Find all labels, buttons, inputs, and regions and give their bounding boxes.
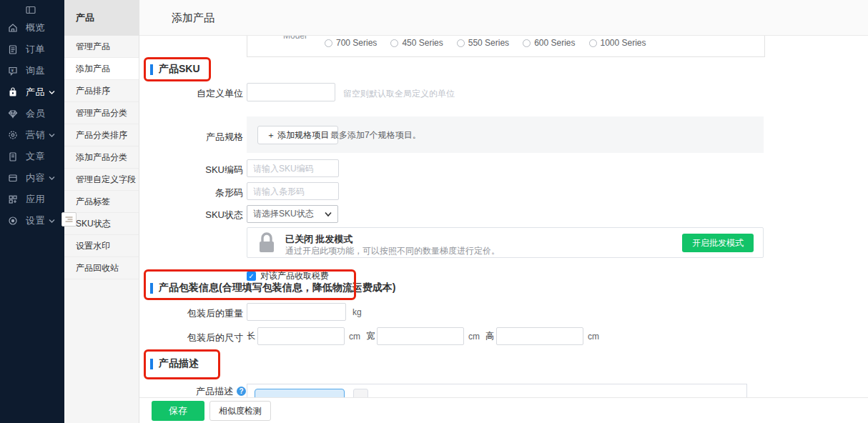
sidebar-item-label: 会员 xyxy=(26,107,45,120)
chevron-down-icon xyxy=(49,219,55,224)
enable-wholesale-button[interactable]: 开启批发模式 xyxy=(682,234,754,252)
barcode-input[interactable] xyxy=(247,182,339,200)
submenu-toggle-button[interactable] xyxy=(61,212,77,227)
dimensions-label: 包装后的尺寸 xyxy=(139,332,243,344)
page-title: 添加产品 xyxy=(139,0,868,36)
tax-checkbox-label: 对该产品收取税费 xyxy=(260,270,329,282)
submenu-list: 管理产品添加产品产品排序管理产品分类产品分类排序添加产品分类管理自定义字段产品标… xyxy=(64,36,139,279)
radio-label: 1000 Series xyxy=(601,38,646,48)
action-footer: 保存 相似度检测 xyxy=(139,397,868,423)
sidebar-collapse-icon[interactable] xyxy=(26,5,36,15)
primary-sidebar: 概览订单¥询盘产品会员营销文章内容应用设置 xyxy=(0,0,64,423)
radio-icon xyxy=(589,39,597,47)
submenu-title: 产品 xyxy=(64,0,139,36)
submenu-item-manage-product-categories[interactable]: 管理产品分类 xyxy=(64,102,139,124)
custom-unit-hint: 留空则默认取全局定义的单位 xyxy=(343,88,455,100)
radio-label: 700 Series xyxy=(336,38,377,48)
sidebar-item-marketing[interactable]: 营销 xyxy=(0,124,64,146)
dimensions-fields: 长cm宽cm高cm xyxy=(247,327,599,345)
length-input-group: 长cm xyxy=(247,327,360,345)
length-input[interactable] xyxy=(257,327,345,345)
weight-unit: kg xyxy=(352,307,362,317)
add-spec-button[interactable]: ＋ 添加规格项目 xyxy=(257,126,338,144)
clipboard-icon xyxy=(8,44,18,54)
radio-700-series[interactable]: 700 Series xyxy=(325,38,377,48)
chat-icon: ¥ xyxy=(8,66,18,76)
radio-550-series[interactable]: 550 Series xyxy=(457,38,509,48)
chevron-down-icon xyxy=(49,90,55,95)
sidebar-item-members[interactable]: 会员 xyxy=(0,103,64,124)
submenu-item-product-category-sort[interactable]: 产品分类排序 xyxy=(64,124,139,146)
submenu-item-product-recycle-bin[interactable]: 产品回收站 xyxy=(64,257,139,279)
radio-1000-series[interactable]: 1000 Series xyxy=(589,38,646,48)
chevron-down-icon xyxy=(325,211,332,217)
seal-icon xyxy=(8,130,18,140)
product-submenu: 产品 管理产品添加产品产品排序管理产品分类产品分类排序添加产品分类管理自定义字段… xyxy=(64,0,139,423)
grid-icon xyxy=(8,194,18,204)
radio-icon xyxy=(457,39,465,47)
submenu-item-manage-products[interactable]: 管理产品 xyxy=(64,36,139,58)
submenu-item-watermark[interactable]: 设置水印 xyxy=(64,235,139,257)
height-input[interactable] xyxy=(496,327,583,345)
submenu-item-add-product-category[interactable]: 添加产品分类 xyxy=(64,146,139,169)
radio-450-series[interactable]: 450 Series xyxy=(390,38,443,48)
sidebar-item-label: 询盘 xyxy=(26,64,45,77)
barcode-label: 条形码 xyxy=(139,186,243,199)
form-content: Model 700 Series450 Series550 Series600 … xyxy=(139,36,868,423)
sidebar-item-inquiries[interactable]: ¥询盘 xyxy=(0,60,64,81)
submenu-item-product-sort[interactable]: 产品排序 xyxy=(64,80,139,102)
sku-status-label: SKU状态 xyxy=(139,209,243,222)
sku-status-select[interactable]: 请选择SKU状态 xyxy=(247,205,338,223)
custom-unit-input[interactable] xyxy=(247,83,335,101)
radio-icon xyxy=(325,39,332,47)
dimension-unit: cm xyxy=(349,332,360,342)
section-title-package: 产品包装信息(合理填写包装信息，降低物流运费成本) xyxy=(159,282,395,294)
help-icon[interactable]: ? xyxy=(237,387,246,396)
radio-label: 600 Series xyxy=(534,38,575,48)
wholesale-desc: 通过开启此项功能，可以按照不同的数量梯度进行定价。 xyxy=(285,245,500,257)
radio-icon xyxy=(390,39,398,47)
radio-icon xyxy=(523,39,531,47)
section-title-sku: 产品SKU xyxy=(159,63,200,76)
dimension-prefix: 长 xyxy=(247,330,255,342)
weight-input[interactable] xyxy=(247,303,346,321)
sidebar-item-apps[interactable]: 应用 xyxy=(0,189,64,210)
spec-hint: 最多添加7个规格项目。 xyxy=(330,126,421,144)
sidebar-item-label: 文章 xyxy=(26,150,45,163)
sidebar-item-settings[interactable]: 设置 xyxy=(0,210,64,232)
sidebar-item-content[interactable]: 内容 xyxy=(0,167,64,189)
svg-text:¥: ¥ xyxy=(11,68,14,73)
tax-checkbox[interactable]: ✓ xyxy=(247,272,256,281)
sidebar-item-label: 设置 xyxy=(26,214,45,227)
custom-unit-label: 自定义单位 xyxy=(139,87,243,100)
sidebar-item-orders[interactable]: 订单 xyxy=(0,39,64,60)
home-icon xyxy=(8,23,18,33)
gem-icon xyxy=(8,109,18,119)
sidebar-item-overview[interactable]: 概览 xyxy=(0,17,64,39)
sidebar-item-articles[interactable]: 文章 xyxy=(0,146,64,167)
sidebar-item-label: 产品 xyxy=(26,86,45,99)
dimension-unit: cm xyxy=(468,332,480,342)
primary-sidebar-nav: 概览订单¥询盘产品会员营销文章内容应用设置 xyxy=(0,17,64,232)
spec-label: 产品规格 xyxy=(139,131,243,144)
sidebar-item-label: 概览 xyxy=(26,21,45,34)
dimension-unit: cm xyxy=(588,332,599,342)
wholesale-title: 已关闭 批发模式 xyxy=(285,233,353,246)
sidebar-item-products[interactable]: 产品 xyxy=(0,81,64,103)
submenu-item-manage-custom-fields[interactable]: 管理自定义字段 xyxy=(64,169,139,191)
similarity-check-button[interactable]: 相似度检测 xyxy=(209,401,271,421)
submenu-item-add-product[interactable]: 添加产品 xyxy=(64,58,139,80)
lock-icon xyxy=(257,232,276,254)
page-header: 添加产品 xyxy=(139,0,868,36)
section-accent-bar xyxy=(150,359,153,369)
width-input-group: 宽cm xyxy=(366,327,480,345)
chevron-down-icon xyxy=(49,176,55,181)
sku-code-label: SKU编码 xyxy=(139,164,243,176)
radio-label: 550 Series xyxy=(468,38,509,48)
spec-panel: ＋ 添加规格项目 最多添加7个规格项目。 xyxy=(247,116,764,153)
radio-600-series[interactable]: 600 Series xyxy=(523,38,575,48)
save-button[interactable]: 保存 xyxy=(152,401,204,421)
width-input[interactable] xyxy=(377,327,464,345)
sku-code-input[interactable] xyxy=(247,159,339,177)
submenu-item-product-tags[interactable]: 产品标签 xyxy=(64,191,139,213)
